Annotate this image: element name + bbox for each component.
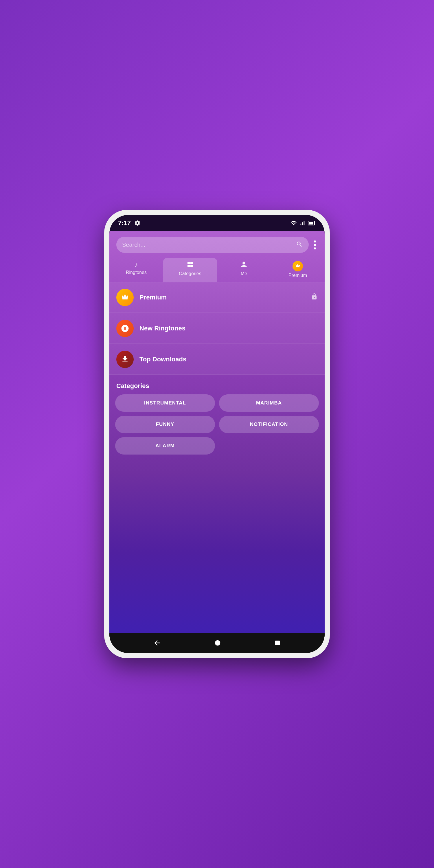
list-section: Premium New Ringtones bbox=[110, 282, 324, 633]
categories-section-header: Categories bbox=[110, 375, 324, 394]
lock-icon bbox=[311, 293, 318, 302]
status-right-icons bbox=[290, 220, 316, 226]
premium-label: Premium bbox=[140, 294, 311, 301]
category-marimba-button[interactable]: MARIMBA bbox=[219, 394, 319, 412]
top-downloads-label: Top Downloads bbox=[140, 355, 318, 363]
bottom-nav bbox=[110, 633, 324, 653]
premium-badge-icon bbox=[292, 261, 303, 271]
more-dot-3 bbox=[314, 247, 316, 249]
svg-point-2 bbox=[215, 640, 220, 646]
tab-premium-label: Premium bbox=[288, 273, 307, 278]
svg-rect-1 bbox=[309, 222, 313, 224]
search-input[interactable] bbox=[122, 242, 293, 248]
music-note-icon: ♪ bbox=[135, 261, 138, 269]
status-bar: 7:17 bbox=[110, 215, 324, 231]
new-ringtones-list-icon bbox=[116, 320, 134, 337]
tab-bar: ♪ Ringtones Categories bbox=[110, 256, 324, 282]
status-icons bbox=[134, 220, 141, 226]
tab-ringtones[interactable]: ♪ Ringtones bbox=[110, 258, 163, 282]
more-dot-1 bbox=[314, 241, 316, 243]
search-bar[interactable] bbox=[116, 237, 309, 253]
category-alarm-button[interactable]: ALARM bbox=[115, 437, 215, 455]
categories-header-text: Categories bbox=[116, 382, 149, 390]
recents-button[interactable] bbox=[274, 640, 281, 646]
premium-list-item[interactable]: Premium bbox=[110, 282, 324, 313]
top-downloads-list-icon bbox=[116, 351, 134, 368]
premium-list-icon bbox=[116, 289, 134, 306]
tab-premium[interactable]: Premium bbox=[271, 258, 324, 282]
top-downloads-list-item[interactable]: Top Downloads bbox=[110, 344, 324, 375]
battery-icon bbox=[308, 220, 316, 226]
category-instrumental-button[interactable]: INSTRUMENTAL bbox=[115, 394, 215, 412]
category-notification-button[interactable]: NOTIFICATION bbox=[219, 416, 319, 433]
app-content: ♪ Ringtones Categories bbox=[110, 231, 324, 633]
person-icon bbox=[241, 261, 247, 270]
svg-rect-3 bbox=[275, 641, 280, 645]
grid-icon bbox=[187, 261, 193, 270]
signal-icon bbox=[299, 220, 306, 226]
status-time: 7:17 bbox=[118, 219, 131, 227]
new-ringtones-list-item[interactable]: New Ringtones bbox=[110, 313, 324, 344]
category-grid: INSTRUMENTAL MARIMBA FUNNY NOTIFICATION … bbox=[110, 394, 324, 455]
home-button[interactable] bbox=[214, 639, 222, 647]
phone-frame: 7:17 bbox=[104, 210, 330, 658]
tab-me-label: Me bbox=[241, 271, 247, 276]
more-dot-2 bbox=[314, 244, 316, 246]
wifi-icon bbox=[290, 220, 297, 226]
search-icon bbox=[296, 241, 303, 249]
phone-screen: 7:17 bbox=[110, 215, 324, 653]
tab-ringtones-label: Ringtones bbox=[126, 270, 147, 275]
new-ringtones-label: New Ringtones bbox=[140, 324, 318, 332]
back-button[interactable] bbox=[153, 639, 161, 647]
search-container bbox=[110, 231, 324, 256]
tab-categories[interactable]: Categories bbox=[163, 258, 217, 282]
tab-me[interactable]: Me bbox=[217, 258, 271, 282]
tab-categories-label: Categories bbox=[179, 271, 201, 276]
category-funny-button[interactable]: FUNNY bbox=[115, 416, 215, 433]
settings-icon bbox=[134, 220, 141, 226]
more-menu-button[interactable] bbox=[312, 239, 318, 251]
